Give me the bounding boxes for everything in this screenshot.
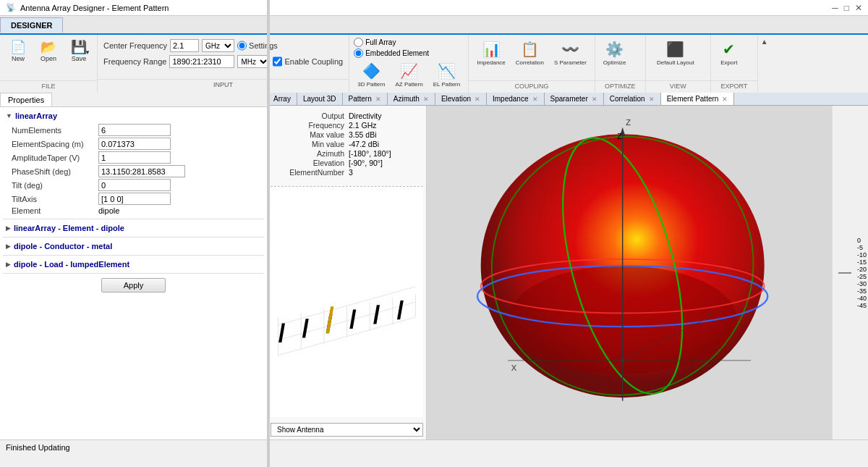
- amplitude-taper-input[interactable]: [98, 151, 171, 164]
- az-pattern-button[interactable]: 📈 AZ Pattern: [391, 59, 426, 91]
- maximize-button[interactable]: □: [844, 3, 849, 13]
- tree-item-linear-array[interactable]: ▼ linearArray NumElements ElementSpacing…: [3, 110, 264, 216]
- open-button[interactable]: 📂 Open: [35, 38, 62, 65]
- center-freq-input[interactable]: [170, 39, 199, 52]
- optimize-button[interactable]: ⚙️ Optimize: [600, 38, 630, 69]
- svg-rect-14: [373, 305, 380, 324]
- export-button[interactable]: ✔ Export: [715, 38, 743, 69]
- num-elements-input[interactable]: [98, 124, 171, 136]
- tree-item-header-linear-array[interactable]: ▼ linearArray: [3, 110, 264, 122]
- designer-tab[interactable]: DESIGNER: [0, 17, 63, 33]
- tab-azimuth-close[interactable]: ✕: [423, 96, 429, 103]
- settings-radio[interactable]: [237, 39, 247, 52]
- tree-item-header-element-dipole[interactable]: ▶ linearArray - Element - dipole: [3, 222, 264, 234]
- tab-pattern-close[interactable]: ✕: [375, 96, 381, 103]
- element-spacing-input[interactable]: [98, 138, 171, 150]
- impedance-icon: 📊: [482, 41, 501, 58]
- freq-range-unit[interactable]: MHzGHz: [237, 55, 270, 68]
- correlation-label: Correlation: [516, 59, 544, 66]
- array-preview-panel: [271, 186, 423, 417]
- svg-rect-10: [278, 324, 285, 342]
- cb-label-20: -20: [857, 266, 867, 273]
- tree-arrow-conductor-metal: ▶: [6, 243, 11, 250]
- info-min-value: Min value -47.2 dBi: [276, 140, 417, 148]
- toolbar-inner: 📄 New 📂 Open 💾 Save ▼ FILE Center Freque…: [0, 35, 868, 93]
- pattern-radio-group: Full Array Embedded Element: [354, 38, 464, 59]
- apply-button[interactable]: Apply: [101, 278, 166, 293]
- prop-label-phase-shift: PhaseShift (deg): [9, 164, 95, 178]
- properties-tab-bar: Properties: [0, 93, 267, 107]
- tilt-axis-input[interactable]: [98, 193, 171, 205]
- tab-array[interactable]: Array: [268, 93, 297, 105]
- file-label: FILE: [0, 80, 97, 90]
- new-button[interactable]: 📄 New: [4, 38, 32, 65]
- left-panel: Properties ▼ linearArray NumElements Ele…: [0, 93, 268, 439]
- tab-element-pattern[interactable]: Element Pattern ✕: [661, 93, 735, 105]
- tree-item-load-lumped[interactable]: ▶ dipole - Load - lumpedElement: [3, 258, 264, 270]
- freq-range-row: Frequency Range MHzGHz Enable Coupling: [103, 55, 343, 68]
- correlation-icon: 📋: [521, 41, 539, 58]
- input-section: Center Frequency GHzMHz Settings Frequen…: [98, 35, 349, 93]
- tree-arrow-load-lumped: ▶: [6, 261, 11, 268]
- pattern-info: Output Directivity Frequency 2.1 GHz Max…: [268, 106, 426, 183]
- properties-tab[interactable]: Properties: [0, 93, 52, 106]
- sparameter-icon: 〰️: [561, 41, 579, 58]
- enable-coupling-label: Enable Coupling: [284, 57, 343, 66]
- tree-arrow-element-dipole: ▶: [6, 224, 11, 232]
- default-layout-label: Default Layout: [657, 59, 694, 66]
- view-section: ⬛ Default Layout VIEW: [646, 35, 711, 93]
- show-antenna-select[interactable]: Show Antenna Hide Antenna: [271, 423, 423, 437]
- tree-item-header-conductor-metal[interactable]: ▶ dipole - Conductor - metal: [3, 240, 264, 252]
- toolbar-expand[interactable]: ▲: [758, 35, 771, 93]
- embedded-element-radio[interactable]: [354, 49, 363, 58]
- minimize-button[interactable]: ─: [832, 3, 838, 13]
- 3d-visualization: Z X Y Z: [427, 106, 832, 439]
- enable-coupling-checkbox[interactable]: [273, 55, 282, 68]
- tree-item-header-load-lumped[interactable]: ▶ dipole - Load - lumpedElement: [3, 258, 264, 270]
- sparameter-button[interactable]: 〰️ S Parameter: [550, 38, 590, 69]
- tab-sparameter[interactable]: Sparameter ✕: [545, 93, 604, 105]
- colorbar-labels: 0 -5 -10 -15 -20 -25 -30 -35 -40 -45: [856, 237, 867, 309]
- correlation-button[interactable]: 📋 Correlation: [512, 38, 548, 69]
- svg-rect-11: [302, 319, 309, 337]
- tab-impedance-close[interactable]: ✕: [532, 96, 538, 103]
- settings-row: Settings: [237, 39, 278, 52]
- close-button[interactable]: ✕: [855, 3, 862, 13]
- tab-elevation-close[interactable]: ✕: [475, 96, 480, 103]
- tab-pattern[interactable]: Pattern ✕: [343, 93, 388, 105]
- tab-correlation[interactable]: Correlation ✕: [604, 93, 661, 105]
- tab-sparameter-close[interactable]: ✕: [592, 96, 597, 103]
- prop-value-num-elements: [95, 123, 267, 137]
- svg-text:Y: Y: [707, 311, 712, 320]
- tab-impedance[interactable]: Impedance ✕: [487, 93, 544, 105]
- tab-element-pattern-close[interactable]: ✕: [722, 96, 728, 103]
- phase-shift-input[interactable]: [98, 165, 185, 177]
- pattern-buttons: 🔷 3D Pattern 📈 AZ Pattern 📉 EL Pattern: [354, 59, 464, 93]
- freq-range-input[interactable]: [169, 55, 234, 68]
- el-pattern-button[interactable]: 📉 EL Pattern: [430, 59, 464, 91]
- antenna-3d-svg: Z X Y Z: [427, 106, 832, 439]
- prop-label-amplitude-taper: AmplitudeTaper (V): [9, 151, 95, 164]
- tab-array-label: Array: [273, 95, 291, 103]
- tab-azimuth[interactable]: Azimuth ✕: [388, 93, 435, 105]
- viz-tabs: Array Layout 3D Pattern ✕ Azimuth ✕ Elev…: [268, 93, 868, 106]
- azimuth-label: Azimuth: [276, 149, 349, 158]
- tab-correlation-close[interactable]: ✕: [649, 96, 655, 103]
- 3d-pattern-button[interactable]: 🔷 3D Pattern: [354, 59, 388, 91]
- save-button[interactable]: 💾 Save ▼: [65, 38, 93, 65]
- full-array-radio[interactable]: [354, 38, 363, 47]
- impedance-button[interactable]: 📊 Impedance: [473, 38, 509, 69]
- tree-item-conductor-metal[interactable]: ▶ dipole - Conductor - metal: [3, 240, 264, 252]
- tilt-input[interactable]: [98, 179, 171, 191]
- tab-layout-3d[interactable]: Layout 3D: [297, 93, 343, 105]
- az-pattern-icon: 📈: [400, 62, 418, 80]
- default-layout-button[interactable]: ⬛ Default Layout: [650, 38, 701, 69]
- new-label: New: [12, 55, 25, 62]
- optimize-icon: ⚙️: [605, 41, 624, 58]
- tree-item-element-dipole[interactable]: ▶ linearArray - Element - dipole: [3, 222, 264, 234]
- export-icon: ✔: [723, 41, 735, 58]
- center-freq-unit[interactable]: GHzMHz: [202, 39, 234, 52]
- azimuth-value: [-180°, 180°]: [349, 149, 391, 158]
- tab-elevation[interactable]: Elevation ✕: [435, 93, 487, 105]
- resize-handle[interactable]: [267, 0, 270, 467]
